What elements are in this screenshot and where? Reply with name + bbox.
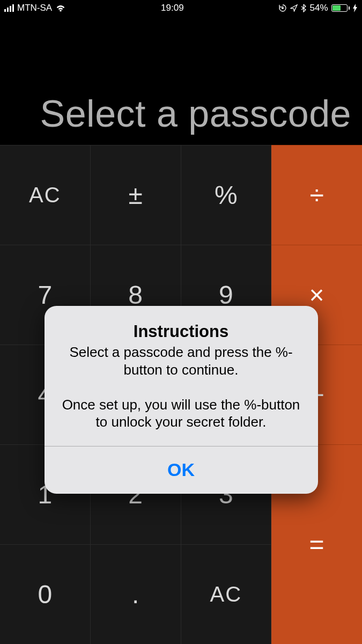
- key-clear-bottom[interactable]: AC: [181, 544, 272, 644]
- dialog-message: Select a passcode and press the %-button…: [58, 343, 304, 431]
- status-left: MTN-SA: [4, 3, 66, 13]
- key-sign[interactable]: ±: [91, 145, 181, 245]
- display-prompt: Select a passcode: [40, 92, 351, 135]
- dialog-title: Instructions: [58, 322, 304, 341]
- svg-rect-0: [282, 8, 284, 9]
- charging-icon: [353, 4, 358, 12]
- location-icon: [290, 4, 298, 12]
- bluetooth-icon: [301, 4, 306, 12]
- cellular-signal-icon: [4, 4, 14, 12]
- calculator-display: Select a passcode: [0, 16, 362, 145]
- carrier-label: MTN-SA: [17, 3, 52, 13]
- instructions-dialog: Instructions Select a passcode and press…: [45, 306, 318, 494]
- rotation-lock-icon: [278, 4, 287, 12]
- wifi-icon: [55, 4, 66, 12]
- status-right: 54%: [278, 3, 358, 13]
- key-divide[interactable]: ÷: [271, 145, 362, 245]
- dialog-ok-button[interactable]: OK: [45, 447, 318, 494]
- status-time: 19:09: [161, 3, 184, 13]
- status-bar: MTN-SA 19:09 54%: [0, 0, 362, 16]
- battery-percentage: 54%: [309, 3, 328, 13]
- key-clear[interactable]: AC: [0, 145, 91, 245]
- key-decimal[interactable]: .: [91, 544, 181, 644]
- key-percent[interactable]: %: [181, 145, 272, 245]
- key-0[interactable]: 0: [0, 544, 91, 644]
- battery-icon: [331, 4, 350, 12]
